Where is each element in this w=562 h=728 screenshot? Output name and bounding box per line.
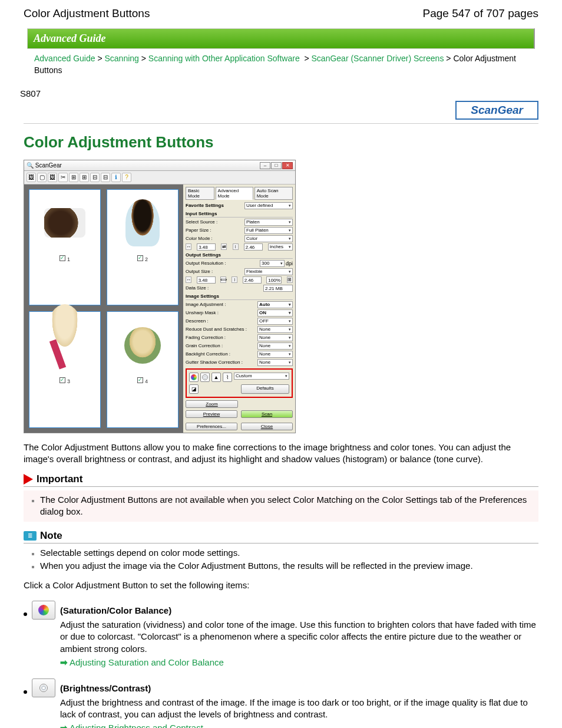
toolbar-icon: ⊞ bbox=[80, 173, 89, 182]
brightness-contrast-icon bbox=[32, 678, 55, 697]
flag-icon bbox=[24, 474, 33, 485]
note-item: When you adjust the image via the Color … bbox=[40, 561, 473, 571]
intro-paragraph: The Color Adjustment Buttons allow you t… bbox=[24, 442, 538, 466]
toolbar-icon: 🖼 bbox=[48, 173, 57, 182]
input-settings-heading: Input Settings bbox=[186, 211, 293, 218]
thumb-2: 2 bbox=[107, 189, 178, 306]
output-settings-heading: Output Settings bbox=[186, 252, 293, 259]
image-setting-value: None bbox=[257, 334, 293, 341]
feature-label: (Saturation/Color Balance) bbox=[60, 605, 538, 615]
image-setting-label: Gutter Shadow Correction : bbox=[186, 360, 243, 365]
tab-basic: Basic Mode bbox=[186, 187, 214, 200]
defaults-button: Defaults bbox=[241, 384, 289, 394]
page-counter: Page 547 of 707 pages bbox=[422, 7, 538, 20]
toolbar-icon: ⊞ bbox=[69, 173, 78, 182]
settings-panel: Basic Mode Advanced Mode Auto Scan Mode … bbox=[183, 185, 295, 433]
brightness-icon bbox=[200, 373, 210, 382]
arrow-icon: ➡ bbox=[60, 723, 68, 728]
image-setting-label: Unsharp Mask : bbox=[186, 310, 219, 315]
toolbar-icon: ⊟ bbox=[90, 173, 100, 182]
saturation-color-balance-icon bbox=[32, 601, 55, 620]
preview-grid: 1 2 3 4 bbox=[24, 185, 183, 433]
note-item: Selectable settings depend on color mode… bbox=[40, 548, 240, 558]
important-list: The Color Adjustment Buttons are not ava… bbox=[24, 490, 538, 522]
image-setting-label: Fading Correction : bbox=[186, 335, 226, 340]
feature-desc: Adjust the brightness and contrast of th… bbox=[60, 697, 538, 721]
click-instruction: Click a Color Adjustment Button to set t… bbox=[24, 580, 538, 590]
link-icon: ⟺ bbox=[220, 276, 226, 283]
image-settings-heading: Image Settings bbox=[186, 294, 293, 300]
advanced-guide-banner: Advanced Guide bbox=[27, 28, 535, 49]
arrow-icon: ➡ bbox=[60, 657, 68, 667]
image-setting-label: Image Adjustment : bbox=[186, 302, 226, 307]
doc-title: Color Adjustment Buttons bbox=[24, 7, 150, 20]
window-buttons: –□✕ bbox=[259, 162, 293, 169]
favorite-settings-label: Favorite Settings bbox=[186, 203, 224, 208]
thumb-3: 3 bbox=[29, 311, 101, 428]
image-setting-label: Reduce Dust and Scratches : bbox=[186, 327, 247, 332]
thumb-4: 4 bbox=[107, 311, 178, 428]
image-setting-value: Auto bbox=[257, 301, 293, 308]
close-button: Close bbox=[241, 423, 293, 430]
favorite-settings-select: User defined bbox=[244, 202, 293, 209]
scan-button: Scan bbox=[241, 410, 293, 418]
crumb-scangear-screens[interactable]: ScanGear (Scanner Driver) Screens bbox=[312, 54, 444, 63]
feature-label: (Brightness/Contrast) bbox=[60, 683, 538, 693]
important-heading: Important bbox=[24, 473, 538, 487]
preferences-button: Preferences... bbox=[186, 423, 237, 430]
feature-brightness: (Brightness/Contrast) Adjust the brightn… bbox=[24, 678, 538, 728]
reference-code: S807 bbox=[20, 88, 538, 98]
breadcrumb: Advanced Guide > Scanning > Scanning wit… bbox=[24, 51, 538, 81]
feature-desc: Adjust the saturation (vividness) and co… bbox=[60, 619, 538, 655]
tone-curve-icon: ⌇ bbox=[223, 373, 232, 382]
crumb-scanning-other-app[interactable]: Scanning with Other Application Software bbox=[148, 54, 300, 63]
crumb-advanced-guide[interactable]: Advanced Guide bbox=[34, 54, 95, 63]
note-list: Selectable settings depend on color mode… bbox=[24, 547, 538, 572]
toolbar-icon: ⊟ bbox=[101, 173, 110, 182]
image-setting-value: OFF bbox=[257, 318, 293, 325]
histogram-icon: ▲ bbox=[211, 373, 221, 382]
important-item: The Color Adjustment Buttons are not ava… bbox=[40, 495, 527, 516]
final-review-icon: ◪ bbox=[189, 384, 199, 394]
preview-button: Preview bbox=[186, 410, 237, 418]
tab-autoscan: Auto Scan Mode bbox=[254, 187, 293, 200]
feature-saturation: (Saturation/Color Balance) Adjust the sa… bbox=[24, 601, 538, 668]
tab-advanced: Advanced Mode bbox=[216, 187, 253, 200]
swap-icon: ⇄ bbox=[221, 243, 227, 250]
toolbar-icon: 🖼 bbox=[27, 173, 36, 182]
page-title: Color Adjustment Buttons bbox=[24, 133, 538, 151]
help-icon: ? bbox=[122, 173, 131, 182]
scangear-brand-box: ScanGear bbox=[455, 101, 538, 120]
image-setting-label: Backlight Correction : bbox=[186, 351, 230, 357]
width-icon: ↔ bbox=[186, 243, 191, 250]
crumb-scanning[interactable]: Scanning bbox=[105, 54, 139, 63]
saturation-icon bbox=[189, 373, 199, 382]
note-heading: ≣ Note bbox=[24, 530, 538, 543]
image-setting-value: None bbox=[257, 359, 293, 366]
scangear-screenshot: 🔍 ScanGear –□✕ 🖼 ▢ 🖼 ✂ ⊞ ⊞ ⊟ ⊟ ℹ ? 1 2 3… bbox=[24, 160, 296, 433]
link-adjusting-saturation[interactable]: ➡Adjusting Saturation and Color Balance bbox=[60, 657, 224, 667]
custom-select: Custom bbox=[234, 373, 289, 380]
toolbar-icon: ✂ bbox=[58, 173, 68, 182]
image-setting-value: None bbox=[257, 342, 293, 350]
height-icon: ↕ bbox=[233, 243, 239, 250]
color-adjustment-highlight: ▲ ⌇ Custom ◪ Defaults bbox=[186, 368, 293, 398]
image-setting-value: None bbox=[257, 326, 293, 333]
zoom-button: Zoom bbox=[186, 400, 238, 408]
info-icon: ℹ bbox=[111, 173, 121, 182]
image-setting-value: ON bbox=[257, 309, 293, 317]
thumb-1: 1 bbox=[29, 189, 101, 306]
note-icon: ≣ bbox=[24, 531, 37, 541]
image-setting-label: Grain Correction : bbox=[186, 343, 223, 348]
window-title: ScanGear bbox=[35, 162, 62, 169]
link-adjusting-brightness[interactable]: ➡Adjusting Brightness and Contrast bbox=[60, 723, 203, 728]
toolbar: 🖼 ▢ 🖼 ✂ ⊞ ⊞ ⊟ ⊟ ℹ ? bbox=[24, 171, 295, 185]
image-setting-value: None bbox=[257, 351, 293, 358]
toolbar-icon: ▢ bbox=[37, 173, 47, 182]
image-setting-label: Descreen : bbox=[186, 318, 209, 324]
